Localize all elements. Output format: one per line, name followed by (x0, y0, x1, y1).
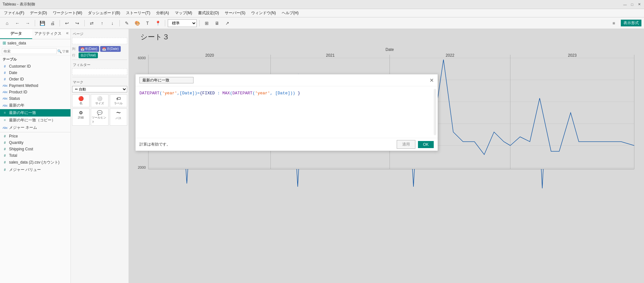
field-quantity[interactable]: # Quantity (0, 139, 71, 146)
field-count[interactable]: # sales_data (2).csv (カウント) (0, 159, 71, 166)
search-input[interactable] (2, 48, 57, 54)
field-type-icon: # (3, 147, 7, 151)
menu-data[interactable]: データ(D) (27, 10, 50, 16)
share-button[interactable]: ↗ (223, 19, 232, 28)
size-label: サイズ (95, 101, 104, 106)
field-type-icon: Abc (3, 90, 7, 94)
middle-panel: ページ 列 📅 年(Date) 📅 月(Date) 行 合計(Total) (71, 29, 129, 283)
modal-title-input[interactable] (139, 77, 194, 83)
col-pill-month[interactable]: 📅 月(Date) (100, 46, 121, 52)
detail-label: 詳細 (78, 116, 84, 120)
field-payment-method[interactable]: Abc Payment Method (0, 82, 71, 89)
col-label: 列 (72, 47, 77, 51)
mark-path-button[interactable]: 〜 パス (110, 108, 127, 126)
modal-scrollbar[interactable] (434, 89, 436, 135)
main-layout: データ アナリティクス « ⊞ sales_data 🔍 ▽ ⊞ テーブル # … (0, 29, 644, 283)
field-measure-names[interactable]: Abc メジャー ネーム (0, 124, 71, 131)
data-source-label[interactable]: sales_data (7, 41, 26, 45)
pin-button[interactable]: 📍 (153, 19, 162, 28)
menu-file[interactable]: ファイル(F) (1, 10, 27, 16)
sort-desc-button[interactable]: ↓ (108, 19, 117, 28)
tab-data[interactable]: データ (0, 29, 32, 39)
calculated-field-modal: ✕ DATEPART('year',[Date])={FIXED : MAX(D… (135, 74, 438, 151)
fit-button[interactable]: ⊞ (202, 19, 211, 28)
tooltip-label: ツールヒント (92, 116, 107, 124)
field-latest-year[interactable]: Abc 最新の年 (0, 102, 71, 109)
field-date[interactable]: # Date (0, 70, 71, 76)
menu-help[interactable]: ヘルプ(H) (279, 10, 301, 16)
field-type-icon: # (3, 141, 7, 145)
separator-5 (165, 20, 165, 26)
menu-analysis[interactable]: 分析(A) (154, 10, 172, 16)
ask-button[interactable]: ≡ (609, 19, 618, 28)
database-icon: ⊞ (3, 41, 6, 45)
modal-apply-button[interactable]: 適用 (397, 140, 415, 149)
field-shipping-cost[interactable]: # Shipping Cost (0, 146, 71, 152)
field-type-icon: = (3, 111, 7, 115)
separator-6 (199, 20, 200, 26)
view-dropdown[interactable]: 標準 (168, 19, 197, 27)
field-match-latest-year-copy[interactable]: = 最新の年に一致（コピー） (0, 117, 71, 124)
undo-button[interactable]: ↩ (62, 19, 71, 28)
mark-detail-button[interactable]: ⚙ 詳細 (72, 108, 90, 126)
col-pills-area: 📅 年(Date) 📅 月(Date) (79, 46, 121, 52)
swap-button[interactable]: ⇄ (87, 19, 96, 28)
field-name: メジャー バリュー (9, 167, 41, 173)
menu-server[interactable]: サーバー(S) (222, 10, 248, 16)
label-button[interactable]: T (143, 19, 152, 28)
format-view-button[interactable]: 表示形式 (621, 20, 641, 26)
color-label: 色 (80, 101, 82, 106)
field-name: Status (9, 96, 20, 101)
tab-analytics[interactable]: アナリティクス (32, 29, 64, 39)
field-type-icon: # (3, 154, 7, 157)
field-name: Customer ID (9, 64, 31, 69)
field-price[interactable]: # Price (0, 133, 71, 139)
menu-window[interactable]: ウィンドウ(N) (249, 10, 279, 16)
field-status[interactable]: Abc Status (0, 95, 71, 102)
back-button[interactable]: ← (13, 19, 22, 28)
field-customer-id[interactable]: # Customer ID (0, 63, 71, 70)
field-type-icon: # (3, 71, 7, 75)
device-button[interactable]: 🖥 (213, 19, 222, 28)
mark-color-button[interactable]: 🔴 色 (72, 94, 90, 107)
maximize-button[interactable]: □ (630, 2, 634, 7)
table-section-label: テーブル (0, 56, 71, 63)
redo-button[interactable]: ↪ (73, 19, 82, 28)
menu-worksheet[interactable]: ワークシート(W) (50, 10, 85, 16)
mark-tooltip-button[interactable]: 💬 ツールヒント (91, 108, 108, 126)
field-match-latest-year[interactable]: = 最新の年に一致 (0, 109, 71, 117)
field-order-id[interactable]: # Order ID (0, 76, 71, 82)
collapse-panel-button[interactable]: « (64, 29, 71, 39)
field-measure-values[interactable]: # メジャー バリュー (0, 166, 71, 174)
toolbar: ⌂ ← → 💾 🖨 ↩ ↪ ⇄ ↑ ↓ ✎ 🎨 T 📍 標準 ⊞ 🖥 ↗ ≡ 表… (0, 17, 644, 29)
label-label: ラベル (114, 101, 123, 106)
modal-ok-button[interactable]: OK (418, 141, 434, 148)
chart-area: シート３ 6000 5500 5000 4500 2000 Date (129, 29, 644, 283)
modal-close-button[interactable]: ✕ (430, 77, 434, 83)
row-label: 行 (72, 53, 77, 58)
mark-size-button[interactable]: ⚪ サイズ (91, 94, 108, 107)
menu-story[interactable]: ストーリー(T) (123, 10, 153, 16)
save-button[interactable]: 💾 (38, 19, 47, 28)
menu-map[interactable]: マップ(M) (172, 10, 195, 16)
mark-label-button[interactable]: 🏷 ラベル (110, 94, 127, 107)
close-button[interactable]: ✕ (637, 2, 641, 7)
marks-type-dropdown[interactable]: ✏ 自動 (72, 86, 127, 92)
home-button[interactable]: ⌂ (3, 19, 12, 28)
minimize-button[interactable]: — (623, 2, 627, 7)
color-button[interactable]: 🎨 (133, 19, 142, 28)
forward-button[interactable]: → (23, 19, 32, 28)
row-pill-total[interactable]: 合計(Total) (79, 52, 98, 58)
col-pill-year[interactable]: 📅 年(Date) (79, 46, 99, 52)
field-total[interactable]: # Total (0, 152, 71, 159)
highlight-button[interactable]: ✎ (122, 19, 131, 28)
field-name: Order ID (9, 77, 24, 81)
title-bar: Tableau - 表示制御 — □ ✕ (0, 0, 644, 9)
field-product-id[interactable]: Abc Product ID (0, 89, 71, 95)
menu-format[interactable]: 書式設定(O) (195, 10, 222, 16)
sort-asc-button[interactable]: ↑ (98, 19, 107, 28)
field-type-icon: Abc (3, 84, 7, 87)
menu-dashboard[interactable]: ダッシュボード(B) (85, 10, 123, 16)
window-title: Tableau - 表示制御 (3, 2, 35, 7)
print-button[interactable]: 🖨 (48, 19, 57, 28)
